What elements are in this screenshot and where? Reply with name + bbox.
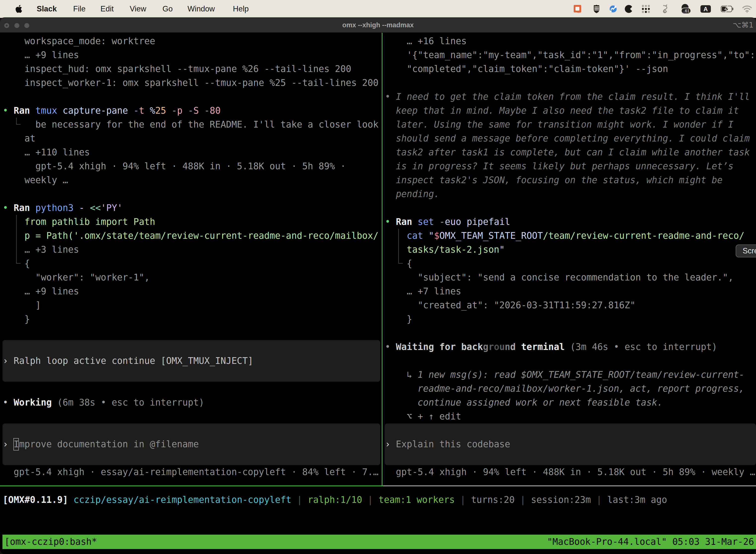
- tool-output-guide-corner: [16, 124, 20, 125]
- right-pane-line: is in progress? It seems likely but perh…: [396, 159, 734, 173]
- right-pane-line: ⌥ + ↑ edit: [407, 409, 461, 424]
- menu-bar: Slack FileEditViewGoWindowHelp..61A: [0, 0, 756, 18]
- tool-output-guide-corner: [398, 263, 403, 264]
- right-pane-line: › Explain this codebase: [385, 437, 510, 451]
- left-pane-line: be necessary for the end of the README. …: [36, 118, 378, 131]
- tool-output-guide: [16, 215, 17, 264]
- left-pane-line: › Ralph loop active continue [OMX_TMUX_I…: [3, 354, 253, 368]
- left-pane-line: ]: [36, 298, 41, 312]
- tool-output-guide: [16, 118, 17, 125]
- left-pane-line: "worker": "worker-1",: [36, 271, 150, 284]
- left-pane-line: {: [24, 257, 30, 271]
- right-pane-line: ↳ 1 new msg(s): read $OMX_TEAM_STATE_ROO…: [407, 368, 744, 382]
- right-pane-line: … +16 lines: [407, 34, 467, 48]
- window-title: omx --xhigh --madmax: [0, 18, 756, 33]
- menu-item-help[interactable]: Help: [233, 0, 249, 18]
- tool-output-guide: [398, 229, 399, 264]
- menu-item-file[interactable]: File: [73, 0, 85, 18]
- dragon-icon[interactable]: [658, 0, 672, 18]
- menu-item-edit[interactable]: Edit: [101, 0, 114, 18]
- right-pane-line: task2 after task1 is complete, but can I…: [396, 146, 750, 159]
- left-pane-line: gpt-5.4 xhigh · 94% left · 488K in · 5.1…: [36, 159, 346, 173]
- cloud-61-icon[interactable]: ..61: [679, 0, 693, 18]
- right-pane-line: "subject": "send a concise recommendatio…: [418, 271, 734, 284]
- right-pane-line: later. Using the same for transition mig…: [396, 118, 734, 131]
- left-pane-line: from pathlib import Path: [24, 215, 155, 229]
- text-cursor: [13, 438, 19, 450]
- left-pane-line: • Ran python3 - <<'PY': [3, 201, 123, 215]
- screen-overlay-button[interactable]: Scre: [736, 244, 756, 258]
- right-pane-line: gpt-5.4 xhigh · 94% left · 488K in · 5.1…: [396, 465, 755, 479]
- left-pane-line: • Ran tmux capture-pane -t %25 -p -S -80: [3, 104, 220, 118]
- right-pane-line: • Ran set -euo pipefail: [385, 215, 510, 229]
- wifi-icon[interactable]: [740, 0, 754, 18]
- svg-text:A: A: [703, 6, 708, 12]
- window-title-bar[interactable]: omx --xhigh --madmax ⌥⌘1: [0, 18, 756, 33]
- window-shortcut-badge: ⌥⌘1: [733, 18, 754, 33]
- a-key-icon[interactable]: A: [699, 0, 712, 18]
- right-pane-line: should send a message before completing …: [396, 131, 750, 146]
- left-pane-line: workspace_mode: worktree: [24, 34, 155, 48]
- left-pane-line: gpt-5.4 xhigh · essay/ai-reimplementatio…: [14, 465, 378, 479]
- right-pane-line: keep that in mind. Maybe I also need the…: [396, 104, 739, 118]
- notch-circle-icon[interactable]: [622, 0, 636, 18]
- tmux-status-bar: [omx-cczip0:bash*"MacBook-Pro-44.local" …: [2, 535, 756, 549]
- right-pane-line: pending.: [396, 187, 440, 201]
- apple-logo-icon[interactable]: [14, 0, 23, 18]
- left-pane-line: p = Path('.omx/state/team/review-current…: [24, 229, 378, 243]
- tool-output-guide-corner: [16, 263, 20, 264]
- menu-item-window[interactable]: Window: [188, 0, 215, 18]
- right-pane-line: "completed","claim_token":"claim-token"}…: [407, 62, 668, 76]
- left-pane-line: … +3 lines: [24, 243, 79, 257]
- menu-app-name[interactable]: Slack: [37, 0, 57, 18]
- tmux-session-label: [omx-cczip0:bash*: [4, 535, 97, 549]
- left-pane-line: … +9 lines: [24, 284, 79, 298]
- pane-divider[interactable]: [382, 33, 382, 486]
- shield-grid-icon[interactable]: [589, 0, 604, 18]
- right-pane-line: {: [407, 257, 412, 271]
- tmux-host-clock-label: "MacBook-Pro-44.local" 05:03 31-Mar-26: [547, 535, 754, 549]
- right-pane-line: cat "$OMX_TEAM_STATE_ROOT/team/review-cu…: [407, 229, 744, 243]
- right-pane-line: }: [407, 312, 412, 326]
- right-pane-line: '{"team_name":"my-team","task_id":"1","f…: [407, 48, 755, 62]
- right-pane-line: … +7 lines: [407, 284, 461, 298]
- progress-check-icon[interactable]: [606, 0, 620, 18]
- right-pane-line: • I need to get the claim token from the…: [385, 90, 750, 104]
- right-pane-line: readme-and-reco/mailbox/worker-1.json, a…: [418, 382, 744, 396]
- chat-icon[interactable]: [570, 0, 584, 18]
- pane-bottom-border-right: [383, 486, 756, 486]
- dots-grid-icon[interactable]: [639, 0, 653, 18]
- left-pane-line: inspect_hud: omx sparkshell --tmux-pane …: [24, 62, 351, 76]
- left-pane-line: inspect_worker-1: omx sparkshell --tmux-…: [24, 76, 378, 90]
- right-pane-line: • Waiting for background terminal (3m 46…: [385, 340, 717, 354]
- menu-item-view[interactable]: View: [130, 0, 146, 18]
- menu-item-go[interactable]: Go: [163, 0, 173, 18]
- right-pane-line: tasks/task-2.json": [407, 243, 505, 257]
- pane-bottom-border-left: [0, 486, 383, 486]
- terminal-content[interactable]: workspace_mode: worktree… +9 linesinspec…: [0, 33, 756, 554]
- left-pane-line: › Improve documentation in @filename: [3, 437, 199, 451]
- right-pane-line: inspect task2's JSON, focusing on the st…: [396, 173, 722, 187]
- left-pane-line: … +9 lines: [24, 48, 79, 62]
- left-pane-line: }: [24, 312, 30, 326]
- left-pane-line: … +110 lines: [24, 146, 90, 159]
- battery-charging-icon[interactable]: [720, 0, 734, 18]
- terminal-window: omx --xhigh --madmax ⌥⌘1 workspace_mode:…: [0, 18, 756, 554]
- left-pane-line: at: [24, 131, 36, 146]
- svg-text:..61: ..61: [683, 9, 690, 13]
- right-pane-line: "created_at": "2026-03-31T11:59:27.816Z": [418, 298, 635, 312]
- status-pane-line: [OMX#0.11.9] cczip/essay/ai-reimplementa…: [3, 493, 667, 507]
- left-pane-line: • Working (6m 38s • esc to interrupt): [3, 396, 204, 409]
- left-pane-line: weekly …: [24, 173, 68, 187]
- right-pane-line: continue assigned work or next feasible …: [418, 396, 663, 409]
